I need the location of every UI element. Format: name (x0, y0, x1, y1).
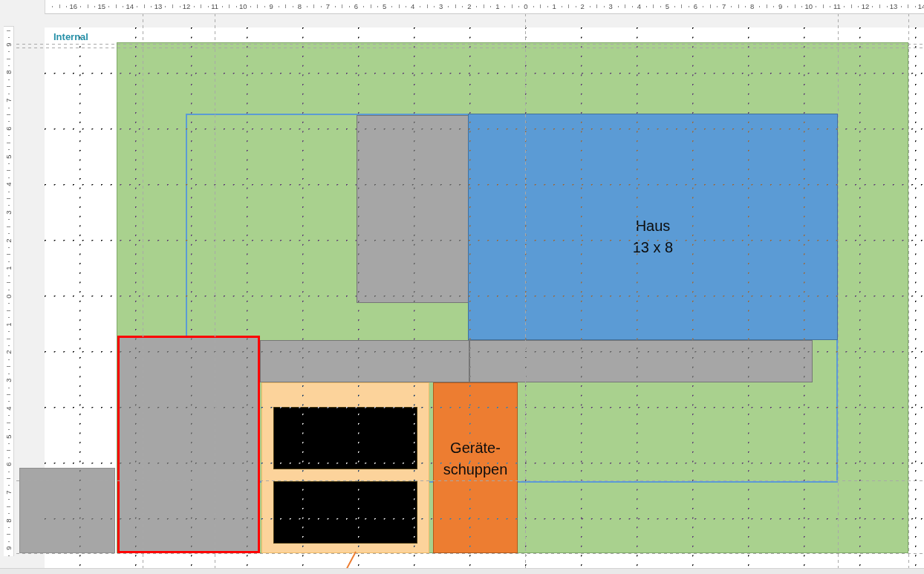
horizontal-guide[interactable] (16, 553, 924, 554)
ruler-tick (773, 6, 774, 7)
ruler-tick (604, 6, 605, 7)
shape-gray-bar-left[interactable] (260, 340, 469, 382)
ruler-tick (8, 485, 10, 486)
shape-solar-panel-top[interactable] (273, 407, 417, 469)
shape-upper-gray-block[interactable] (357, 115, 469, 303)
ruler-tick (8, 499, 10, 500)
shape-red-outlined-block[interactable] (117, 336, 260, 553)
ruler-tick (632, 6, 633, 7)
ruler-tick (908, 4, 908, 8)
shed-label-line1: Geräte- (450, 437, 501, 459)
ruler-tick (151, 6, 152, 7)
ruler-tick (533, 6, 534, 7)
ruler-number: 13 (890, 1, 898, 11)
ruler-tick (8, 290, 10, 290)
ruler-number: 10 (239, 1, 247, 11)
house-label-line2: 13 x 8 (633, 237, 673, 258)
ruler-tick (7, 114, 10, 115)
horizontal-guide[interactable] (16, 48, 924, 48)
ruler-tick (399, 4, 400, 8)
ruler-tick (180, 6, 180, 7)
ruler-number: 2 (580, 1, 584, 11)
ruler-number: 14 (126, 1, 134, 11)
ruler-tick (8, 275, 10, 276)
ruler-tick (462, 6, 463, 7)
ruler-tick (8, 359, 10, 360)
horizontal-guide[interactable] (16, 480, 924, 481)
ruler-tick (8, 513, 10, 514)
ruler-tick (745, 6, 746, 7)
ruler-tick (823, 4, 824, 8)
ruler-number: 9 (4, 39, 13, 49)
ruler-tick (406, 6, 406, 7)
ruler-tick (562, 6, 562, 7)
ruler-tick (201, 4, 201, 8)
ruler-tick (887, 6, 888, 7)
shape-geraeteschuppen[interactable]: Geräte- schuppen (433, 382, 518, 553)
ruler-tick (568, 4, 569, 8)
vertical-guide[interactable] (838, 13, 839, 572)
ruler-tick (710, 4, 711, 8)
ruler-tick (504, 6, 505, 7)
ruler-number: 6 (4, 123, 13, 133)
top-ruler[interactable]: 1615141312111098765432101234567891011121… (45, 0, 924, 14)
ruler-tick (7, 226, 10, 227)
ruler-number: 2 (4, 348, 13, 357)
ruler-tick (8, 303, 10, 304)
ruler-tick (8, 65, 10, 66)
ruler-tick (851, 4, 852, 8)
ruler-number: 4 (4, 180, 13, 189)
ruler-number: 4 (4, 403, 13, 413)
ruler-tick (80, 6, 81, 7)
ruler-number: 1 (4, 264, 13, 273)
ruler-tick (8, 177, 10, 178)
ruler-tick (250, 6, 251, 7)
ruler-tick (8, 233, 10, 234)
ruler-tick (307, 6, 308, 7)
vertical-guide[interactable] (215, 13, 215, 572)
ruler-tick (596, 4, 597, 8)
horizontal-guide[interactable] (16, 44, 924, 45)
left-ruler[interactable]: 9876543210123456789 (4, 26, 14, 556)
ruler-tick (59, 4, 60, 8)
ruler-tick (703, 6, 703, 7)
vertical-guide[interactable] (525, 13, 526, 572)
ruler-number: 11 (833, 1, 841, 11)
ruler-tick (901, 6, 902, 7)
ruler-number: 9 (4, 544, 13, 553)
ruler-tick (759, 6, 760, 7)
ruler-number: 7 (722, 1, 726, 11)
ruler-number: 7 (4, 487, 13, 497)
ruler-tick (123, 6, 123, 7)
ruler-tick (8, 94, 10, 94)
ruler-number: 13 (154, 1, 163, 11)
ruler-tick (52, 6, 53, 7)
ruler-number: 0 (524, 1, 527, 11)
ruler-tick (8, 79, 10, 80)
ruler-tick (377, 6, 378, 7)
ruler-number: 8 (4, 68, 13, 77)
ruler-tick (8, 527, 10, 528)
vertical-guide[interactable] (908, 13, 909, 572)
ruler-tick (363, 6, 364, 7)
shape-solar-panel-bottom[interactable] (273, 481, 417, 544)
ruler-tick (66, 6, 67, 7)
vertical-guide[interactable] (143, 13, 143, 572)
ruler-tick (8, 108, 10, 108)
ruler-tick (349, 6, 350, 7)
ruler-tick (7, 478, 10, 479)
ruler-tick (335, 6, 336, 7)
shape-gray-bar-right[interactable] (469, 340, 813, 382)
ruler-number: 3 (609, 1, 613, 11)
ruler-tick (490, 6, 491, 7)
ruler-tick (660, 6, 661, 7)
ruler-tick (7, 282, 10, 283)
ruler-tick (279, 6, 279, 7)
ruler-tick (8, 247, 10, 248)
ruler-tick (540, 4, 541, 8)
shape-house[interactable]: Haus 13 x 8 (468, 114, 838, 340)
ruler-tick (165, 6, 166, 7)
ruler-tick (717, 6, 718, 7)
ruler-tick (144, 4, 145, 8)
ruler-tick (222, 6, 223, 7)
